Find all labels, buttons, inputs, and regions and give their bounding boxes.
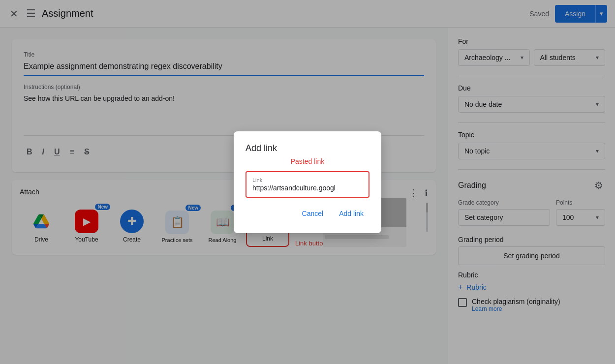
link-input-value[interactable]: https://artsandculture.googl (252, 184, 363, 192)
modal-title: Add link (246, 143, 369, 153)
cancel-button[interactable]: Cancel (296, 206, 330, 221)
modal-actions: Cancel Add link (246, 206, 369, 221)
link-field-label: Link (252, 177, 363, 183)
modal-overlay: Add link Pasted link Link https://artsan… (0, 0, 615, 364)
add-link-button[interactable]: Add link (333, 206, 369, 221)
link-input-wrapper: Link https://artsandculture.googl (246, 171, 369, 198)
pasted-link-label: Pasted link (246, 157, 369, 165)
add-link-modal: Add link Pasted link Link https://artsan… (234, 131, 381, 233)
